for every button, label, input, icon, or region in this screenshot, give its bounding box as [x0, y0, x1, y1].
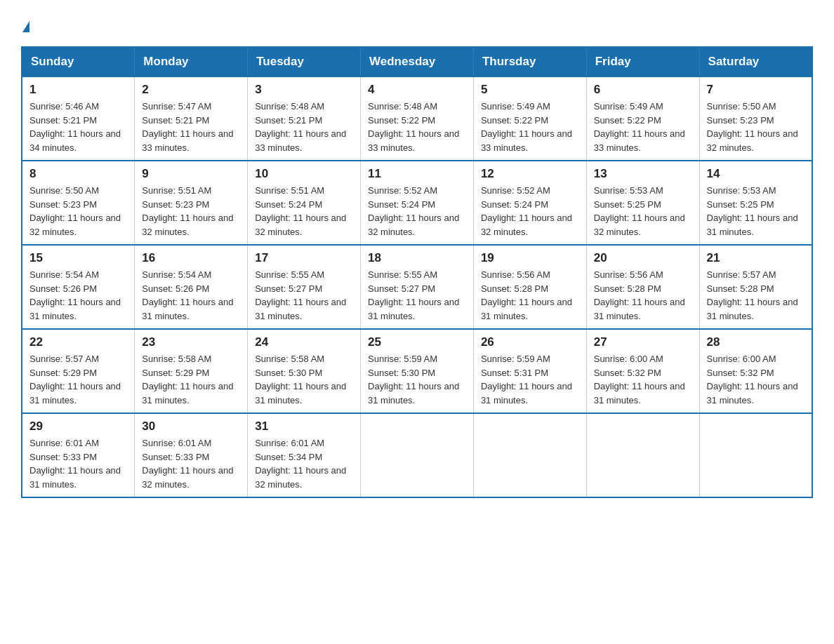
- calendar-week-row: 1 Sunrise: 5:46 AMSunset: 5:21 PMDayligh…: [22, 76, 812, 161]
- calendar-cell: 13 Sunrise: 5:53 AMSunset: 5:25 PMDaylig…: [586, 161, 699, 245]
- day-info: Sunrise: 5:57 AMSunset: 5:28 PMDaylight:…: [707, 268, 805, 323]
- calendar-cell: 23 Sunrise: 5:58 AMSunset: 5:29 PMDaylig…: [135, 329, 248, 413]
- calendar-cell: 3 Sunrise: 5:48 AMSunset: 5:21 PMDayligh…: [248, 76, 361, 161]
- calendar-cell: 27 Sunrise: 6:00 AMSunset: 5:32 PMDaylig…: [586, 329, 699, 413]
- day-info: Sunrise: 5:59 AMSunset: 5:31 PMDaylight:…: [481, 352, 579, 407]
- day-number: 23: [142, 335, 240, 349]
- day-info: Sunrise: 5:50 AMSunset: 5:23 PMDaylight:…: [707, 100, 805, 154]
- day-number: 24: [255, 335, 353, 349]
- calendar-cell: 26 Sunrise: 5:59 AMSunset: 5:31 PMDaylig…: [473, 329, 586, 413]
- calendar-cell: 4 Sunrise: 5:48 AMSunset: 5:22 PMDayligh…: [361, 76, 474, 161]
- calendar-cell: 1 Sunrise: 5:46 AMSunset: 5:21 PMDayligh…: [22, 76, 135, 161]
- day-info: Sunrise: 5:54 AMSunset: 5:26 PMDaylight:…: [142, 268, 240, 323]
- day-info: Sunrise: 5:48 AMSunset: 5:22 PMDaylight:…: [368, 100, 466, 154]
- day-info: Sunrise: 5:50 AMSunset: 5:23 PMDaylight:…: [29, 184, 127, 239]
- calendar-cell: 5 Sunrise: 5:49 AMSunset: 5:22 PMDayligh…: [473, 76, 586, 161]
- calendar-week-row: 8 Sunrise: 5:50 AMSunset: 5:23 PMDayligh…: [22, 161, 812, 245]
- column-header-saturday: Saturday: [699, 47, 812, 76]
- day-number: 19: [481, 251, 579, 265]
- calendar-cell: 29 Sunrise: 6:01 AMSunset: 5:33 PMDaylig…: [22, 413, 135, 497]
- day-info: Sunrise: 6:00 AMSunset: 5:32 PMDaylight:…: [707, 352, 805, 407]
- day-number: 20: [594, 251, 692, 265]
- column-header-monday: Monday: [135, 47, 248, 76]
- day-number: 17: [255, 251, 353, 265]
- calendar-week-row: 15 Sunrise: 5:54 AMSunset: 5:26 PMDaylig…: [22, 245, 812, 329]
- day-info: Sunrise: 5:47 AMSunset: 5:21 PMDaylight:…: [142, 100, 240, 154]
- day-number: 7: [707, 83, 805, 97]
- day-number: 4: [368, 83, 466, 97]
- day-number: 22: [29, 335, 127, 349]
- day-number: 31: [255, 420, 353, 434]
- day-number: 29: [29, 420, 127, 434]
- calendar-cell: 19 Sunrise: 5:56 AMSunset: 5:28 PMDaylig…: [473, 245, 586, 329]
- day-number: 2: [142, 83, 240, 97]
- calendar-cell: 15 Sunrise: 5:54 AMSunset: 5:26 PMDaylig…: [22, 245, 135, 329]
- calendar-cell: 16 Sunrise: 5:54 AMSunset: 5:26 PMDaylig…: [135, 245, 248, 329]
- calendar-cell: 20 Sunrise: 5:56 AMSunset: 5:28 PMDaylig…: [586, 245, 699, 329]
- day-info: Sunrise: 5:53 AMSunset: 5:25 PMDaylight:…: [594, 184, 692, 239]
- day-info: Sunrise: 5:49 AMSunset: 5:22 PMDaylight:…: [594, 100, 692, 154]
- calendar-cell: 21 Sunrise: 5:57 AMSunset: 5:28 PMDaylig…: [699, 245, 812, 329]
- calendar-cell: [699, 413, 812, 497]
- day-info: Sunrise: 5:59 AMSunset: 5:30 PMDaylight:…: [368, 352, 466, 407]
- page-header: [21, 21, 813, 32]
- day-info: Sunrise: 5:58 AMSunset: 5:30 PMDaylight:…: [255, 352, 353, 407]
- day-info: Sunrise: 5:51 AMSunset: 5:23 PMDaylight:…: [142, 184, 240, 239]
- day-number: 10: [255, 167, 353, 181]
- calendar-cell: 28 Sunrise: 6:00 AMSunset: 5:32 PMDaylig…: [699, 329, 812, 413]
- calendar-cell: 24 Sunrise: 5:58 AMSunset: 5:30 PMDaylig…: [248, 329, 361, 413]
- column-header-friday: Friday: [586, 47, 699, 76]
- day-info: Sunrise: 5:57 AMSunset: 5:29 PMDaylight:…: [29, 352, 127, 407]
- calendar-cell: 25 Sunrise: 5:59 AMSunset: 5:30 PMDaylig…: [361, 329, 474, 413]
- calendar-cell: 31 Sunrise: 6:01 AMSunset: 5:34 PMDaylig…: [248, 413, 361, 497]
- day-info: Sunrise: 5:49 AMSunset: 5:22 PMDaylight:…: [481, 100, 579, 154]
- column-header-thursday: Thursday: [473, 47, 586, 76]
- day-info: Sunrise: 5:52 AMSunset: 5:24 PMDaylight:…: [481, 184, 579, 239]
- day-info: Sunrise: 5:52 AMSunset: 5:24 PMDaylight:…: [368, 184, 466, 239]
- calendar-cell: [473, 413, 586, 497]
- day-number: 21: [707, 251, 805, 265]
- day-number: 11: [368, 167, 466, 181]
- day-number: 13: [594, 167, 692, 181]
- day-number: 8: [29, 167, 127, 181]
- day-info: Sunrise: 5:55 AMSunset: 5:27 PMDaylight:…: [368, 268, 466, 323]
- day-info: Sunrise: 5:46 AMSunset: 5:21 PMDaylight:…: [29, 100, 127, 154]
- day-number: 26: [481, 335, 579, 349]
- calendar-header-row: SundayMondayTuesdayWednesdayThursdayFrid…: [22, 47, 812, 76]
- day-info: Sunrise: 5:48 AMSunset: 5:21 PMDaylight:…: [255, 100, 353, 154]
- day-number: 16: [142, 251, 240, 265]
- calendar-cell: 11 Sunrise: 5:52 AMSunset: 5:24 PMDaylig…: [361, 161, 474, 245]
- calendar-week-row: 29 Sunrise: 6:01 AMSunset: 5:33 PMDaylig…: [22, 413, 812, 497]
- column-header-wednesday: Wednesday: [361, 47, 474, 76]
- day-number: 9: [142, 167, 240, 181]
- day-number: 1: [29, 83, 127, 97]
- calendar-cell: [586, 413, 699, 497]
- day-info: Sunrise: 5:58 AMSunset: 5:29 PMDaylight:…: [142, 352, 240, 407]
- column-header-tuesday: Tuesday: [248, 47, 361, 76]
- calendar-cell: 7 Sunrise: 5:50 AMSunset: 5:23 PMDayligh…: [699, 76, 812, 161]
- calendar-cell: 17 Sunrise: 5:55 AMSunset: 5:27 PMDaylig…: [248, 245, 361, 329]
- day-number: 14: [707, 167, 805, 181]
- calendar-cell: 2 Sunrise: 5:47 AMSunset: 5:21 PMDayligh…: [135, 76, 248, 161]
- calendar-cell: 18 Sunrise: 5:55 AMSunset: 5:27 PMDaylig…: [361, 245, 474, 329]
- day-number: 5: [481, 83, 579, 97]
- day-number: 3: [255, 83, 353, 97]
- calendar-week-row: 22 Sunrise: 5:57 AMSunset: 5:29 PMDaylig…: [22, 329, 812, 413]
- day-number: 28: [707, 335, 805, 349]
- logo: [21, 21, 29, 32]
- day-info: Sunrise: 5:53 AMSunset: 5:25 PMDaylight:…: [707, 184, 805, 239]
- day-info: Sunrise: 5:51 AMSunset: 5:24 PMDaylight:…: [255, 184, 353, 239]
- day-number: 27: [594, 335, 692, 349]
- day-info: Sunrise: 5:55 AMSunset: 5:27 PMDaylight:…: [255, 268, 353, 323]
- calendar-table: SundayMondayTuesdayWednesdayThursdayFrid…: [21, 46, 813, 498]
- day-info: Sunrise: 6:00 AMSunset: 5:32 PMDaylight:…: [594, 352, 692, 407]
- day-number: 18: [368, 251, 466, 265]
- calendar-cell: 9 Sunrise: 5:51 AMSunset: 5:23 PMDayligh…: [135, 161, 248, 245]
- calendar-cell: 22 Sunrise: 5:57 AMSunset: 5:29 PMDaylig…: [22, 329, 135, 413]
- day-number: 30: [142, 420, 240, 434]
- column-header-sunday: Sunday: [22, 47, 135, 76]
- day-info: Sunrise: 5:54 AMSunset: 5:26 PMDaylight:…: [29, 268, 127, 323]
- day-info: Sunrise: 6:01 AMSunset: 5:33 PMDaylight:…: [29, 436, 127, 491]
- day-number: 25: [368, 335, 466, 349]
- calendar-cell: [361, 413, 474, 497]
